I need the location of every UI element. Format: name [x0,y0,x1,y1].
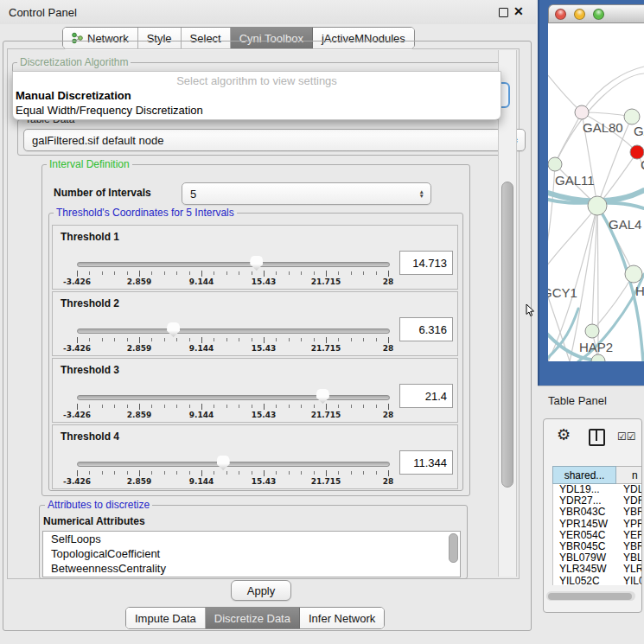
table-hscrollbar-track[interactable] [546,591,635,601]
minimize-traffic-light-icon[interactable] [574,9,585,20]
network-node-label: HAP2 [579,340,613,354]
stepper-icon[interactable]: ▲▼ [419,189,424,198]
threshold-value-field[interactable]: 11.344 [399,450,453,475]
major-tick [264,271,265,277]
float-window-icon[interactable] [499,8,508,17]
major-tick [326,404,327,410]
table-data-combobox[interactable]: galFiltered.sif default node ▲▼ [23,129,526,151]
discretization-algorithm-label: Discretization Algorithm [17,56,131,68]
table-panel-container: ⚙ ☑☑ shared... n YDL19...YDL1YDR27...YDR… [543,418,642,613]
dropdown-option-manual-discretization[interactable]: Manual Discretization [13,88,503,103]
major-tick [77,271,78,277]
close-traffic-light-icon[interactable] [555,9,566,20]
threshold-slider-track[interactable] [77,328,390,334]
cell-name[interactable]: YER0 [623,530,642,541]
minor-tick [226,271,227,275]
cell-shared-name[interactable]: YBR043C [559,507,605,518]
minor-tick [114,471,115,475]
minor-tick [276,338,277,341]
minor-tick [114,271,115,275]
main-scrollbar-thumb[interactable] [501,182,513,488]
network-graph[interactable]: GAL80GACGAL11GAL4GCY1HHAP2 [548,23,644,361]
apply-button[interactable]: Apply [231,580,291,601]
table-row[interactable]: YPR145WYPR1 [553,519,642,530]
minor-tick [214,271,214,275]
network-node[interactable] [548,157,562,171]
network-node[interactable] [591,354,605,361]
network-node[interactable] [625,265,642,283]
attribute-item-selfloops[interactable]: SelfLoops [43,532,460,546]
attribute-item-topologicalcoefficient[interactable]: TopologicalCoefficient [43,546,460,561]
major-tick [201,404,202,410]
attributes-group-label: Attributes to discretize [45,499,152,511]
table-row[interactable]: YER054CYER0 [553,530,642,541]
column-header-name[interactable]: n [616,466,642,484]
network-canvas[interactable]: GAL80GACGAL11GAL4GCY1HHAP2 [548,23,644,361]
cell-name[interactable]: YPR1 [623,519,642,530]
tab-infer-network[interactable]: Infer Network [300,608,384,628]
gear-icon[interactable]: ⚙ [557,425,571,444]
threshold-value-field[interactable]: 14.713 [399,251,453,275]
number-of-intervals-value: 5 [190,188,196,201]
tick-label: 15.43 [252,477,276,486]
minor-tick [127,338,128,341]
threshold-slider-track[interactable] [77,462,390,467]
checkbox-icons[interactable]: ☑☑ [617,430,636,443]
tab-discretize-data[interactable]: Discretize Data [206,608,300,628]
threshold-value-field[interactable]: 21.4 [399,384,453,408]
minor-tick [114,405,115,408]
dropdown-option-equal-width-frequency-discretization[interactable]: Equal Width/Frequency Discretization [13,103,503,118]
threshold-slider-track[interactable] [77,395,390,400]
minor-tick [301,405,302,408]
tab-label: Discretize Data [214,612,290,625]
tab-impute-data[interactable]: Impute Data [126,608,206,628]
minor-tick [276,405,277,408]
table-row[interactable]: YLR345WYLR3 [553,564,642,575]
dropdown-placeholder-item[interactable]: Select algorithm to view settings [13,73,501,88]
threshold-slider-track[interactable] [77,262,390,267]
close-icon[interactable]: ✕ [513,4,524,18]
zoom-traffic-light-icon[interactable] [593,9,604,20]
threshold-slider-thumb[interactable] [217,456,230,470]
attribute-item-betweennesscentrality[interactable]: BetweennessCentrality [43,561,460,576]
threshold-title: Threshold 2 [61,297,119,309]
column-header-shared-name[interactable]: shared... [552,466,616,484]
node-table-body[interactable]: YDL19...YDL1YDR27...YDR2YBR043CYBR0YPR14… [552,484,642,585]
table-row[interactable]: YIL052CYIL0 [553,576,642,586]
tick-label: 15.43 [252,344,276,353]
network-node-label: C [641,157,644,172]
cell-shared-name[interactable]: YPR145W [559,519,608,530]
minor-tick [252,405,252,408]
minor-tick [239,405,239,408]
minor-tick [214,338,214,341]
cell-shared-name[interactable]: YER054C [559,530,605,541]
number-of-intervals-combobox[interactable]: 5 ▲▼ [182,182,431,205]
network-window-titlebar[interactable] [548,4,644,23]
network-node[interactable] [624,109,640,124]
major-tick [264,404,265,410]
attributes-scrollbar[interactable] [449,533,458,563]
threshold-slider-thumb[interactable] [167,322,180,337]
split-view-icon[interactable] [589,429,605,446]
threshold-slider-thumb[interactable] [316,389,329,404]
minor-tick [214,405,214,408]
threshold-slider-thumb[interactable] [250,256,263,271]
network-node[interactable] [575,105,589,119]
minor-tick [314,338,315,341]
network-node[interactable] [588,196,607,215]
table-row[interactable]: YBR043CYBR0 [553,507,642,518]
tick-label: 9.144 [189,411,214,419]
network-node[interactable] [585,324,599,338]
cell-name[interactable]: YIL0 [623,576,642,586]
tick-label: 21.715 [311,277,341,286]
tick-label: -3.426 [63,411,91,419]
cell-name[interactable]: YLR3 [623,564,642,575]
cell-shared-name[interactable]: YLR345W [559,564,607,575]
minor-tick [176,405,177,408]
cell-shared-name[interactable]: YIL052C [559,576,600,586]
network-node-label: GAL80 [583,120,623,135]
threshold-value-field[interactable]: 6.316 [399,317,453,341]
minor-tick [226,405,227,408]
table-hscrollbar-thumb[interactable] [548,593,632,600]
cell-name[interactable]: YBR0 [623,507,642,518]
